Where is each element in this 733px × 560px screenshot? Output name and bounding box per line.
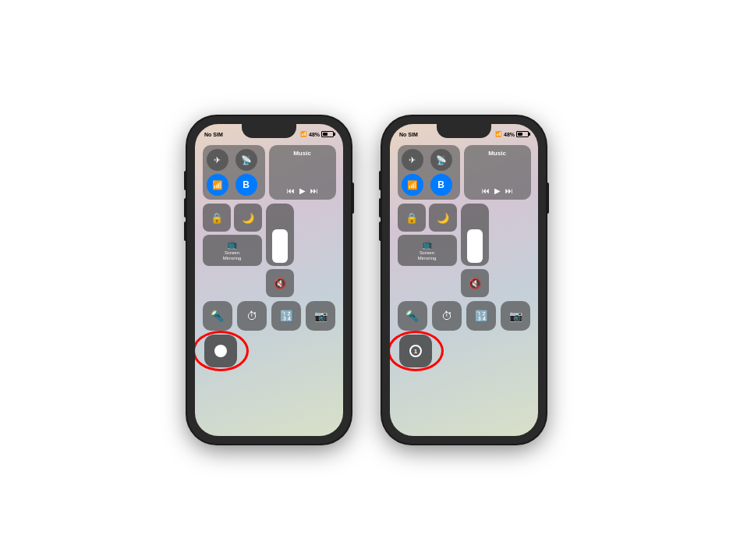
timer-btn-right[interactable]: ⏱: [432, 301, 462, 331]
mid-left-group: 🔒 🌙 📺 ScreenMirroring: [203, 204, 262, 297]
camera-btn-right[interactable]: 📷: [501, 301, 530, 331]
music-controls-left: ⏮ ▶ ⏭: [275, 186, 330, 195]
control-center-left: ✈ 📡 📶 B Music ⏮ ▶ ⏭: [203, 141, 336, 331]
airplane-btn-right[interactable]: ✈: [402, 149, 423, 171]
next-icon-right[interactable]: ⏭: [505, 186, 513, 195]
prev-icon-right[interactable]: ⏮: [482, 186, 490, 195]
flashlight-btn-left[interactable]: 🔦: [203, 301, 232, 331]
battery-text-left: 48%: [309, 132, 320, 137]
record-icon-left: [214, 345, 227, 357]
mute-btn-right[interactable]: 🔇: [461, 269, 489, 297]
music-box-right: Music ⏮ ▶ ⏭: [464, 145, 531, 200]
mid-left-top: 🔒 🌙: [203, 204, 262, 232]
screen-mirror-icon-right: 📺: [422, 239, 433, 250]
music-box-left: Music ⏮ ▶ ⏭: [269, 145, 336, 200]
notch-right: [437, 124, 491, 138]
screen-mirror-btn-right[interactable]: 📺 ScreenMirroring: [398, 235, 457, 266]
calculator-btn-right[interactable]: 🔢: [466, 301, 496, 331]
do-not-disturb-btn-left[interactable]: 🌙: [234, 204, 262, 232]
status-right-left: 📶 48%: [300, 131, 334, 137]
battery-bar-right: [516, 131, 529, 137]
top-row-left: ✈ 📡 📶 B Music ⏮ ▶ ⏭: [203, 145, 336, 200]
wifi-btn-right[interactable]: 📶: [402, 174, 423, 196]
airplane-btn-left[interactable]: ✈: [207, 149, 228, 171]
battery-bar-left: [321, 131, 334, 137]
prev-icon-left[interactable]: ⏮: [287, 186, 295, 195]
brightness-fill-right: [467, 229, 483, 263]
mid-row-left: 🔒 🌙 📺 ScreenMirroring 🔇: [203, 204, 336, 297]
mid-right-group: 🔇: [266, 204, 294, 297]
brightness-fill-left: [272, 229, 288, 263]
battery-fill-right: [518, 133, 522, 136]
phone-left-body: No SIM 📶 48% ✈ 📡 📶 B: [187, 116, 351, 444]
bluetooth-btn-left[interactable]: B: [235, 174, 257, 196]
record-area-left: [195, 331, 343, 371]
phone-right-screen: No SIM 📶 48% ✈ 📡 📶 B: [390, 124, 538, 436]
carrier-left: No SIM: [204, 132, 223, 137]
phone-right: No SIM 📶 48% ✈ 📡 📶 B: [382, 116, 546, 444]
calculator-btn-left[interactable]: 🔢: [271, 301, 301, 331]
top-row-right: ✈ 📡 📶 B Music ⏮ ▶ ⏭: [398, 145, 531, 200]
phone-left-screen: No SIM 📶 48% ✈ 📡 📶 B: [195, 124, 343, 436]
record-icon-right: 1: [409, 345, 422, 357]
connectivity-box-left: ✈ 📡 📶 B: [203, 145, 265, 200]
screen-mirror-label-right: ScreenMirroring: [418, 250, 437, 261]
brightness-slider-right[interactable]: [461, 204, 489, 266]
brightness-slider-left[interactable]: [266, 204, 294, 266]
record-area-right: 1: [390, 331, 538, 371]
screen-mirror-btn-left[interactable]: 📺 ScreenMirroring: [203, 235, 262, 266]
control-center-right: ✈ 📡 📶 B Music ⏮ ▶ ⏭: [398, 141, 531, 331]
cellular-btn-left[interactable]: 📡: [235, 149, 257, 171]
music-controls-right: ⏮ ▶ ⏭: [470, 186, 525, 195]
screen-record-btn-left[interactable]: [204, 335, 237, 367]
cellular-btn-right[interactable]: 📡: [430, 149, 452, 171]
notch-left: [242, 124, 296, 138]
screen-mirror-label-left: ScreenMirroring: [223, 250, 242, 261]
record-container-right: 1: [399, 335, 432, 367]
flashlight-btn-right[interactable]: 🔦: [398, 301, 427, 331]
phone-right-body: No SIM 📶 48% ✈ 📡 📶 B: [382, 116, 546, 444]
connectivity-box-right: ✈ 📡 📶 B: [398, 145, 460, 200]
rotation-lock-btn-left[interactable]: 🔒: [203, 204, 231, 232]
status-right-right: 📶 48%: [495, 131, 529, 137]
play-icon-left[interactable]: ▶: [299, 186, 306, 195]
bluetooth-btn-right[interactable]: B: [430, 174, 452, 196]
bottom-row-left: 🔦 ⏱ 🔢 📷: [203, 301, 336, 331]
do-not-disturb-btn-right[interactable]: 🌙: [429, 204, 457, 232]
mute-btn-left[interactable]: 🔇: [266, 269, 294, 297]
wifi-btn-left[interactable]: 📶: [207, 174, 228, 196]
mid-left-top-right: 🔒 🌙: [398, 204, 457, 232]
music-title-right: Music: [470, 150, 525, 157]
phone-left: No SIM 📶 48% ✈ 📡 📶 B: [187, 116, 351, 444]
mid-row-right: 🔒 🌙 📺 ScreenMirroring 🔇: [398, 204, 531, 297]
mid-right-group-right: 🔇: [461, 204, 489, 297]
music-title-left: Music: [275, 150, 330, 157]
rotation-lock-btn-right[interactable]: 🔒: [398, 204, 426, 232]
carrier-right: No SIM: [399, 132, 418, 137]
battery-fill-left: [323, 133, 328, 136]
camera-btn-left[interactable]: 📷: [306, 301, 335, 331]
battery-text-right: 48%: [504, 132, 515, 137]
play-icon-right[interactable]: ▶: [494, 186, 501, 195]
mid-left-group-right: 🔒 🌙 📺 ScreenMirroring: [398, 204, 457, 297]
screen-record-btn-right[interactable]: 1: [399, 335, 432, 367]
wifi-icon-right: 📶: [495, 131, 502, 137]
wifi-icon-left: 📶: [300, 131, 307, 137]
bottom-row-right: 🔦 ⏱ 🔢 📷: [398, 301, 531, 331]
screen-mirror-icon-left: 📺: [227, 239, 238, 250]
record-container-left: [204, 335, 237, 367]
timer-btn-left[interactable]: ⏱: [237, 301, 267, 331]
next-icon-left[interactable]: ⏭: [310, 186, 318, 195]
